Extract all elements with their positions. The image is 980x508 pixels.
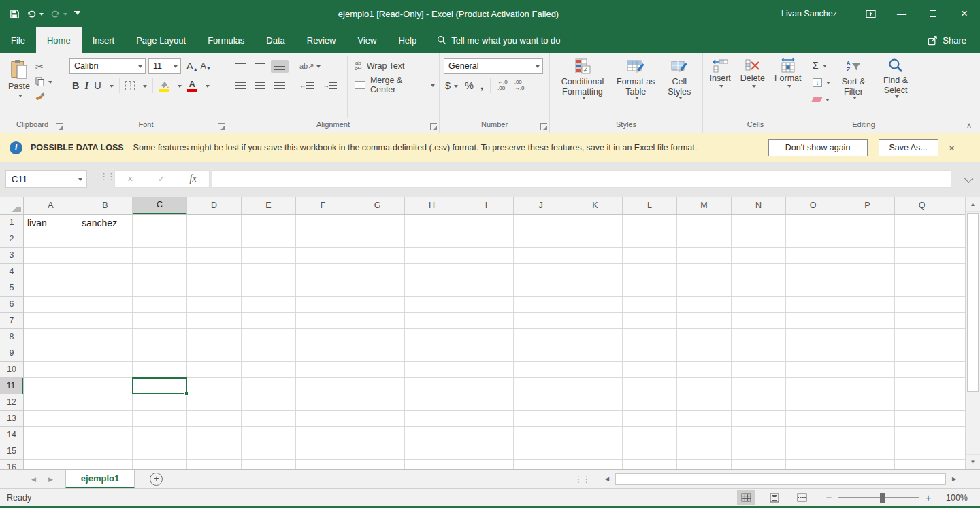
- top-align-button[interactable]: [231, 61, 249, 71]
- column-header-D[interactable]: D: [187, 197, 242, 214]
- column-header-G[interactable]: G: [350, 197, 405, 214]
- column-header-Q[interactable]: Q: [895, 197, 949, 214]
- delete-cells-button[interactable]: Delete: [737, 56, 768, 118]
- horizontal-scrollbar[interactable]: ◀ ▶: [600, 473, 961, 486]
- alignment-dialog-launcher[interactable]: [430, 123, 437, 130]
- normal-view-button[interactable]: [737, 490, 755, 505]
- scroll-right-icon[interactable]: ▶: [947, 473, 961, 486]
- row-header-2[interactable]: 2: [0, 231, 23, 248]
- column-header-partial[interactable]: [949, 197, 965, 214]
- autosum-button[interactable]: Σ: [813, 58, 830, 73]
- copy-button[interactable]: [35, 74, 52, 89]
- customize-quick-access-icon[interactable]: [74, 11, 80, 17]
- column-header-C[interactable]: C: [133, 197, 187, 214]
- column-header-O[interactable]: O: [786, 197, 840, 214]
- conditional-formatting-button[interactable]: ≠ Conditional Formatting: [554, 56, 611, 118]
- save-as-button[interactable]: Save As...: [879, 139, 938, 156]
- decrease-indent-button[interactable]: ←: [296, 79, 317, 92]
- ribbon-tab-file[interactable]: File: [0, 27, 36, 53]
- fill-handle[interactable]: [184, 392, 189, 396]
- column-header-P[interactable]: P: [840, 197, 895, 214]
- accounting-format-button[interactable]: $: [445, 80, 451, 91]
- increase-decimal-button[interactable]: ←.0.00: [497, 80, 508, 92]
- row-header-13[interactable]: 13: [0, 411, 23, 427]
- zoom-slider[interactable]: [838, 497, 919, 498]
- column-header-N[interactable]: N: [732, 197, 786, 214]
- row-header-12[interactable]: 12: [0, 394, 23, 411]
- ribbon-tab-formulas[interactable]: Formulas: [197, 27, 255, 53]
- row-header-14[interactable]: 14: [0, 427, 23, 443]
- percent-style-button[interactable]: %: [465, 80, 474, 91]
- page-layout-view-button[interactable]: [765, 490, 783, 505]
- ribbon-tab-insert[interactable]: Insert: [82, 27, 126, 53]
- column-header-A[interactable]: A: [24, 197, 78, 214]
- message-bar-close-icon[interactable]: ×: [945, 143, 959, 153]
- format-as-table-button[interactable]: Format as Table: [612, 56, 659, 118]
- font-dialog-launcher[interactable]: [218, 123, 225, 130]
- underline-dropdown[interactable]: [110, 85, 114, 90]
- increase-font-size-button[interactable]: A▲: [186, 61, 198, 71]
- ribbon-tab-home[interactable]: Home: [36, 27, 82, 53]
- middle-align-button[interactable]: [251, 61, 269, 72]
- row-header-1[interactable]: 1: [0, 215, 23, 231]
- sheet-prev-icon[interactable]: ◀: [31, 476, 36, 483]
- row-header-8[interactable]: 8: [0, 329, 23, 345]
- enter-icon[interactable]: ✓: [158, 174, 165, 184]
- row-header-4[interactable]: 4: [0, 264, 23, 280]
- cell-B1[interactable]: sanchez: [78, 215, 133, 231]
- maximize-button[interactable]: [917, 0, 949, 27]
- row-header-11[interactable]: 11: [0, 378, 23, 394]
- sort-filter-button[interactable]: AZ Sort & Filter: [834, 56, 872, 118]
- font-name-select[interactable]: Calibri: [69, 58, 146, 74]
- zoom-out-button[interactable]: −: [821, 492, 837, 503]
- format-painter-button[interactable]: [35, 89, 52, 104]
- share-button[interactable]: Share: [928, 27, 980, 53]
- paste-button[interactable]: Paste: [4, 56, 34, 118]
- ribbon-tab-page-layout[interactable]: Page Layout: [125, 27, 197, 53]
- insert-cells-button[interactable]: Insert: [706, 56, 734, 118]
- column-header-H[interactable]: H: [405, 197, 459, 214]
- vertical-scrollbar[interactable]: ▲ ▼: [965, 197, 980, 469]
- ribbon-tab-review[interactable]: Review: [296, 27, 347, 53]
- row-header-7[interactable]: 7: [0, 313, 23, 329]
- find-select-button[interactable]: Find & Select: [877, 56, 915, 118]
- collapse-ribbon-button[interactable]: ∧: [966, 121, 972, 130]
- ribbon-tab-help[interactable]: Help: [387, 27, 427, 53]
- row-header-3[interactable]: 3: [0, 248, 23, 264]
- borders-icon[interactable]: [125, 81, 135, 90]
- increase-indent-button[interactable]: →: [319, 79, 340, 92]
- vertical-scroll-thumb[interactable]: [967, 213, 979, 392]
- horizontal-scroll-thumb[interactable]: [615, 473, 946, 485]
- tab-scrollbar-divider[interactable]: ⋮⋮: [574, 475, 591, 484]
- row-header-9[interactable]: 9: [0, 345, 23, 362]
- scroll-up-icon[interactable]: ▲: [966, 197, 980, 212]
- number-format-select[interactable]: General: [444, 58, 543, 74]
- bold-button[interactable]: B: [72, 80, 79, 91]
- scroll-down-icon[interactable]: ▼: [966, 454, 980, 469]
- tell-me-search[interactable]: Tell me what you want to do: [437, 27, 560, 53]
- align-right-button[interactable]: [271, 79, 289, 92]
- undo-button[interactable]: [27, 10, 44, 18]
- row-header-15[interactable]: 15: [0, 443, 23, 460]
- italic-button[interactable]: I: [84, 80, 88, 92]
- fill-color-dropdown[interactable]: [178, 85, 182, 90]
- minimize-button[interactable]: —: [886, 0, 917, 27]
- redo-button[interactable]: [50, 10, 67, 18]
- row-header-6[interactable]: 6: [0, 297, 23, 313]
- fill-color-button[interactable]: [159, 80, 169, 92]
- font-size-select[interactable]: 11: [148, 58, 181, 74]
- wrap-text-button[interactable]: abc↩ Wrap Text: [355, 56, 435, 75]
- ribbon-tab-view[interactable]: View: [346, 27, 387, 53]
- zoom-slider-handle[interactable]: [880, 493, 885, 503]
- align-left-button[interactable]: [231, 79, 249, 92]
- select-all-corner[interactable]: [0, 197, 24, 215]
- column-header-J[interactable]: J: [514, 197, 568, 214]
- page-break-preview-button[interactable]: [793, 490, 811, 505]
- clipboard-dialog-launcher[interactable]: [56, 123, 63, 130]
- new-sheet-button[interactable]: +: [150, 473, 163, 486]
- merge-center-button[interactable]: ↔ Merge & Center: [355, 75, 435, 95]
- decrease-decimal-button[interactable]: .00→.0: [514, 80, 525, 92]
- center-button[interactable]: [251, 79, 269, 92]
- close-button[interactable]: ×: [949, 0, 980, 27]
- user-name[interactable]: Livan Sanchez: [781, 9, 837, 18]
